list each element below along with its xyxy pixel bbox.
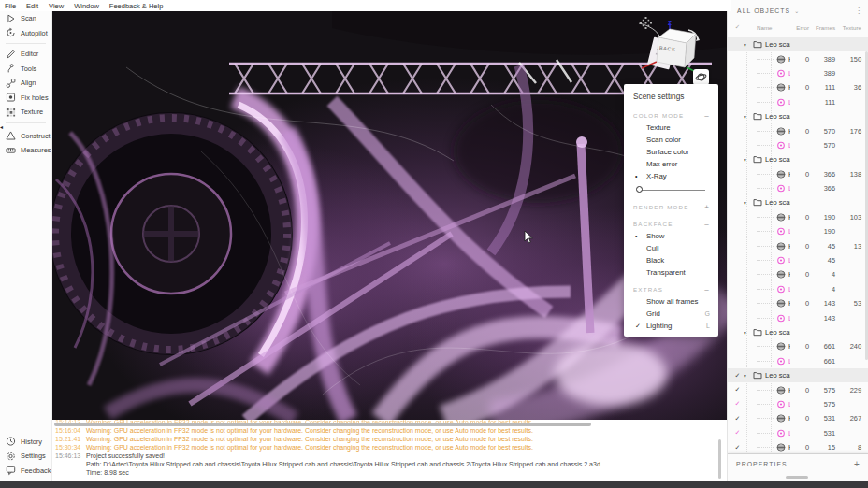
tree-subscan-row[interactable]: ✓Leo 6.1575 xyxy=(728,397,868,411)
row-checkbox[interactable]: ✓ xyxy=(731,444,744,452)
menu-item-max-error[interactable]: Max error xyxy=(624,158,718,170)
menu-item-transparent[interactable]: Transparent xyxy=(624,266,718,279)
expand-caret[interactable]: ▾ xyxy=(744,157,750,163)
properties-title: PROPERTIES xyxy=(736,461,788,467)
sidebar-item-history[interactable]: History xyxy=(0,435,51,450)
sidebar-item-construct[interactable]: Construct xyxy=(0,129,51,144)
menu-item-lighting[interactable]: ✓LightingL xyxy=(624,320,718,332)
shortcut-key: L xyxy=(706,323,710,329)
expand-caret[interactable]: ▾ xyxy=(744,42,750,48)
tree-scan-row[interactable]: HD L...0190103 xyxy=(728,210,868,224)
expand-caret[interactable]: ▾ xyxy=(744,114,750,120)
sidebar-item-align[interactable]: Align xyxy=(0,76,51,91)
tree-group-row[interactable]: ✓▾Leo scans 6 xyxy=(728,368,868,382)
sidebar-item-fix-holes[interactable]: Fix holes xyxy=(0,91,51,106)
menu-edit[interactable]: Edit xyxy=(26,2,38,10)
sidebar-item-editor[interactable]: Editor xyxy=(0,47,51,62)
tree-subscan-row[interactable]: Leo 4.34 xyxy=(728,282,868,296)
tree-scan-row[interactable]: HD L...0570176 xyxy=(728,123,868,137)
tree-scan-row[interactable]: HD L...04513 xyxy=(728,238,868,252)
chevron-down-icon[interactable]: ⌄ xyxy=(794,7,800,14)
sidebar-item-scan[interactable]: Scan xyxy=(0,11,51,26)
expand-caret[interactable]: ▾ xyxy=(744,330,750,336)
fixholes-icon xyxy=(6,92,16,103)
menu-item-black[interactable]: Black xyxy=(624,254,718,266)
row-checkbox[interactable]: ✓ xyxy=(731,372,744,380)
tree-subscan-row[interactable]: Leo 4.4143 xyxy=(728,310,868,324)
expand-caret[interactable]: ▾ xyxy=(744,200,750,206)
expand-plus-icon[interactable]: + xyxy=(854,459,861,469)
scene-settings-button[interactable] xyxy=(693,69,709,85)
tree-scan-row[interactable]: HD L...0389150 xyxy=(728,51,868,65)
tree-scan-row[interactable]: HD L...04 xyxy=(728,267,868,281)
expand-caret[interactable]: ▾ xyxy=(744,373,750,379)
nib-icon xyxy=(6,63,16,74)
tree-subscan-row[interactable]: ✓Leo 6.2531 xyxy=(728,426,868,440)
section-collapse-icon[interactable]: – xyxy=(704,285,710,294)
tree-scan-row[interactable]: HD L...0366138 xyxy=(728,167,868,181)
tree-group-row[interactable]: ▾Leo scans 1 xyxy=(728,37,868,51)
viewport-3d[interactable]: BACK Z Scene settings COLOR MODE–Texture… xyxy=(51,11,727,420)
sidebar-item-feedback[interactable]: Feedback xyxy=(0,464,51,479)
tree-scan-row[interactable]: ✓HD L...0531267 xyxy=(728,411,868,425)
kebab-menu-icon[interactable]: ⋮ xyxy=(855,7,863,15)
menu-item-surface-color[interactable]: Surface color xyxy=(624,146,718,158)
tree-subscan-row[interactable]: Leo 4.1190 xyxy=(728,224,868,238)
error-value: 0 xyxy=(790,170,809,179)
log-horizontal-scrollbar[interactable] xyxy=(54,423,591,426)
tree-scan-row[interactable]: ✓HD L...0575229 xyxy=(728,382,868,396)
tree-subscan-row[interactable]: Leo 5.1661 xyxy=(728,354,868,368)
sidebar-item-tools[interactable]: Tools xyxy=(0,62,51,77)
section-collapse-icon[interactable]: + xyxy=(704,203,710,211)
tree-group-row[interactable]: ▾Leo scans 5 xyxy=(728,325,868,339)
section-collapse-icon[interactable]: – xyxy=(704,220,710,228)
menu-view[interactable]: View xyxy=(49,2,64,10)
row-label-area: Leo 1.1 xyxy=(744,69,790,78)
row-checkbox[interactable]: ✓ xyxy=(731,386,744,394)
sidebar-collapse-arrow[interactable]: ◂ xyxy=(0,124,3,130)
menu-window[interactable]: Window xyxy=(74,2,99,10)
tree-group-row[interactable]: ▾Leo scans 3 xyxy=(728,152,868,166)
tree-scan-row[interactable]: HD L...0661240 xyxy=(728,339,868,353)
menu-item-show-all-frames[interactable]: Show all frames xyxy=(624,295,718,308)
menu-item-label: Max error xyxy=(646,160,677,168)
sidebar-item-texture[interactable]: Texture xyxy=(0,105,51,120)
menu-item-scan-color[interactable]: Scan color xyxy=(624,134,718,146)
menu-item-cull[interactable]: Cull xyxy=(624,242,718,254)
tree-subscan-row[interactable]: Leo 4.245 xyxy=(728,253,868,267)
objects-panel-title[interactable]: ALL OBJECTS xyxy=(737,7,790,14)
tree-subscan-row[interactable]: Leo 1.2111 xyxy=(728,95,868,109)
tree-subscan-row[interactable]: Leo 3.1366 xyxy=(728,181,868,195)
check-icon: ✓ xyxy=(635,323,641,330)
menu-item-x-ray[interactable]: •X-Ray xyxy=(624,170,718,182)
log-timestamp: 15:21:41 xyxy=(51,435,86,443)
menu-item-texture[interactable]: Texture xyxy=(624,122,718,134)
menu-feedback-help[interactable]: Feedback & Help xyxy=(109,2,164,10)
sidebar-item-settings[interactable]: Settings xyxy=(0,449,51,464)
xray-intensity-slider[interactable] xyxy=(636,185,707,194)
menu-section-heading: COLOR MODE– xyxy=(624,105,718,122)
tree-subscan-row[interactable]: Leo 2.1570 xyxy=(728,138,868,152)
tree-group-row[interactable]: ▾Leo scans 2 xyxy=(728,109,868,123)
row-checkbox[interactable]: ✓ xyxy=(731,415,744,423)
tree-subscan-row[interactable]: Leo 1.1389 xyxy=(728,66,868,80)
log-vertical-scrollbar[interactable] xyxy=(718,439,721,479)
row-checkbox[interactable]: ✓ xyxy=(731,429,744,437)
scan-label: Leo 2.1 xyxy=(788,141,790,150)
properties-panel-bar[interactable]: PROPERTIES + xyxy=(728,453,868,473)
raw-scan-icon xyxy=(776,285,786,294)
sidebar-item-autopilot[interactable]: Autopilot xyxy=(0,26,51,41)
row-checkbox[interactable]: ✓ xyxy=(731,400,744,408)
scan-mesh-icon xyxy=(776,443,786,452)
menu-file[interactable]: File xyxy=(5,2,16,10)
menu-item-grid[interactable]: GridG xyxy=(624,308,718,320)
tree-scan-row[interactable]: HD L...014353 xyxy=(728,296,868,310)
objects-horizontal-scrollbar[interactable] xyxy=(786,476,808,479)
row-label-area: Leo 1.2 xyxy=(744,98,790,107)
tree-group-row[interactable]: ▾Leo scans 4 xyxy=(728,195,868,209)
objects-panel-header: ALL OBJECTS ⌄ ⋮ xyxy=(728,0,868,15)
tree-scan-row[interactable]: HD L...011136 xyxy=(728,80,868,94)
sidebar-item-measures[interactable]: Measures xyxy=(0,143,51,158)
menu-item-show[interactable]: •Show xyxy=(624,230,718,242)
section-collapse-icon[interactable]: – xyxy=(704,111,710,120)
